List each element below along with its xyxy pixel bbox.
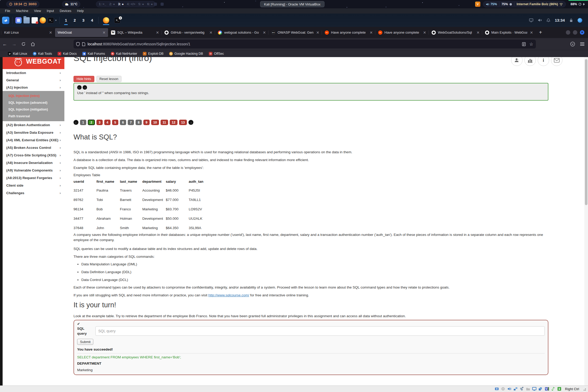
- menu-devices[interactable]: Devices: [57, 9, 74, 13]
- previous-page-icon[interactable]: ←: [74, 120, 78, 125]
- host-workspace-5[interactable]: 5:●: [138, 2, 144, 6]
- host-workspace-switcher[interactable]: 1:>_ 2:● 3:● 4:</> 5:● 6:●: [96, 1, 156, 7]
- weather-widget[interactable]: 11°C: [62, 1, 80, 7]
- close-tab-icon[interactable]: ✕: [102, 30, 106, 35]
- sidebar-item-a2-broken-auth[interactable]: (A2) Broken Authentication›: [3, 121, 64, 129]
- url-text[interactable]: localhost:8080/WebGoat/start.mvc#lesson/…: [88, 42, 520, 46]
- home-button[interactable]: [28, 42, 38, 46]
- page-button-1[interactable]: 1: [80, 120, 86, 125]
- minimize-button[interactable]: [566, 30, 570, 35]
- close-window-button[interactable]: ✕: [580, 30, 584, 35]
- submenu-sql-injection-mitigation[interactable]: SQL Injection (mitigation): [3, 106, 64, 113]
- vbox-window-title[interactable]: Kali [Running] - Oracle VM VirtualBox: [260, 1, 324, 7]
- sidebar-item-a5-access-control[interactable]: (A5) Broken Access Control›: [3, 144, 64, 151]
- tab-webgoat-active[interactable]: WebGoat✕: [55, 28, 108, 37]
- page-button-11[interactable]: 11: [161, 120, 168, 125]
- pocket-icon[interactable]: [570, 42, 575, 46]
- next-hint-icon[interactable]: →: [83, 85, 87, 90]
- vm-workspace-2[interactable]: 2: [71, 15, 78, 26]
- vbox-hdd-icon[interactable]: [495, 387, 499, 391]
- sidebar-item-a8-deserialization[interactable]: (A8) Insecure Deserialization›: [3, 159, 64, 167]
- page-button-10[interactable]: 10: [151, 120, 159, 125]
- vbox-recording-icon[interactable]: [538, 387, 543, 391]
- host-clock-widget[interactable]: 19:34 30/03: [6, 1, 39, 7]
- sidebar-item-a9-vulnerable-components[interactable]: (A9) Vulnerable Components›: [3, 167, 64, 174]
- page-button-7[interactable]: 7: [128, 120, 134, 125]
- firefox-running-task[interactable]: [101, 15, 111, 26]
- virtualbox-tray-icon[interactable]: V: [475, 2, 480, 7]
- page-button-5[interactable]: 5: [112, 120, 118, 125]
- contact-mail-button[interactable]: [551, 57, 562, 66]
- host-workspace-6[interactable]: 6:●: [147, 2, 153, 6]
- back-button[interactable]: ←: [0, 41, 9, 47]
- sidebar-item-general[interactable]: General›: [3, 76, 64, 84]
- launcher-dropdown-caret[interactable]: ▾: [55, 19, 57, 22]
- close-tab-icon[interactable]: ✕: [209, 30, 213, 35]
- close-tab-icon[interactable]: ✕: [422, 30, 427, 35]
- sidebar-item-a82013-request-forgeries[interactable]: (A8:2013) Request Forgeries›: [3, 174, 64, 182]
- vm-clock[interactable]: 13:34: [555, 18, 565, 22]
- reload-button[interactable]: [19, 42, 28, 46]
- tab-owasp-webgoat[interactable]: ●●OWASP WebGoat: Gen✕: [269, 28, 322, 37]
- menu-input[interactable]: Input: [44, 9, 57, 13]
- sidebar-item-a7-xss[interactable]: (A7) Cross-Site Scripting (XSS)›: [3, 151, 64, 159]
- network-status[interactable]: Internet Familie Bolz (86%): [517, 2, 563, 6]
- sidebar-item-a4-xxe[interactable]: (A4) XML External Entities (XXE)›: [3, 136, 64, 144]
- text-editor-icon[interactable]: [32, 17, 38, 23]
- close-tab-icon[interactable]: ✕: [476, 30, 480, 35]
- battery-status[interactable]: 88%: [568, 1, 588, 7]
- vm-workspace-4[interactable]: 4: [89, 15, 95, 26]
- menu-view[interactable]: View: [31, 9, 44, 13]
- reset-lesson-button[interactable]: Reset lesson: [96, 76, 121, 82]
- page-button-9[interactable]: 9: [143, 120, 150, 125]
- bookmark-kali-forums[interactable]: ◆Kali Forums: [82, 52, 105, 56]
- host-workspace-3-active[interactable]: 3:●: [118, 2, 124, 6]
- firefox-launcher-icon[interactable]: [40, 17, 46, 23]
- tray-icon[interactable]: [161, 3, 164, 6]
- host-tray-extra-icons[interactable]: [154, 3, 164, 6]
- close-tab-icon[interactable]: ✕: [316, 30, 320, 35]
- menu-hamburger-icon[interactable]: [580, 42, 584, 43]
- sidebar-item-challenges[interactable]: Challenges›: [3, 189, 64, 197]
- terminal-running-task[interactable]: >_ 2: [113, 15, 122, 26]
- sqlcourse-link[interactable]: http://www.sqlcourse.com/: [208, 293, 249, 297]
- bookmark-google-hacking-db[interactable]: GGoogle Hacking DB: [169, 52, 203, 56]
- tab-reddit-1[interactable]: ••Have anyone complete✕: [322, 28, 375, 37]
- vbox-usb-icon[interactable]: [520, 387, 524, 391]
- forward-button[interactable]: →: [9, 41, 19, 47]
- close-tab-icon[interactable]: ✕: [262, 30, 266, 35]
- close-tab-icon[interactable]: ✕: [529, 30, 534, 35]
- sidebar-item-a1-injection[interactable]: (A1) Injection›: [3, 84, 64, 91]
- hide-hints-button[interactable]: Hide hints: [74, 76, 94, 82]
- page-button-3[interactable]: 3: [96, 120, 103, 125]
- kali-menu-button[interactable]: [2, 17, 9, 24]
- tab-sql-wikipedia[interactable]: WSQL – Wikipedia✕: [108, 28, 162, 37]
- maximize-button[interactable]: [573, 30, 577, 35]
- sql-query-input[interactable]: [95, 326, 545, 336]
- host-workspace-4[interactable]: 4:</>: [127, 2, 135, 6]
- resize-grip[interactable]: [583, 388, 586, 391]
- vm-workspace-1[interactable]: 1: [63, 15, 69, 26]
- brightness-status[interactable]: 75%: [501, 2, 512, 6]
- vm-workspace-3[interactable]: 3: [80, 15, 87, 26]
- url-bar[interactable]: localhost:8080/WebGoat/start.mvc#lesson/…: [74, 40, 536, 48]
- bookmark-exploit-db[interactable]: ⌁Exploit-DB: [143, 52, 163, 56]
- sidebar-item-a3-sensitive-data[interactable]: (A3) Sensitive Data Exposure›: [3, 129, 64, 136]
- close-tab-icon[interactable]: ✕: [155, 30, 160, 35]
- tab-google-search[interactable]: webgoat solutions - Go✕: [215, 28, 268, 37]
- bookmark-kali-docs[interactable]: ≡Kali Docs: [58, 52, 77, 56]
- menu-help[interactable]: Help: [74, 9, 87, 13]
- vbox-display-icon[interactable]: [532, 387, 537, 391]
- reader-view-icon[interactable]: [522, 42, 526, 46]
- bookmark-kali-linux[interactable]: Kali Linux: [8, 52, 27, 56]
- submit-button[interactable]: Submit: [77, 339, 93, 345]
- tab-github-vernjan[interactable]: GitHub - vernjan/webg✕: [162, 28, 215, 37]
- page-button-6[interactable]: 6: [120, 120, 126, 125]
- show-desktop-icon[interactable]: [15, 17, 22, 23]
- page-button-2[interactable]: 2: [88, 120, 95, 125]
- lock-screen-icon[interactable]: [569, 18, 573, 22]
- vbox-host-capture-icon[interactable]: [557, 387, 562, 391]
- page-scrollbar[interactable]: [584, 57, 588, 385]
- page-button-12[interactable]: 12: [170, 120, 177, 125]
- next-page-icon[interactable]: →: [188, 120, 193, 125]
